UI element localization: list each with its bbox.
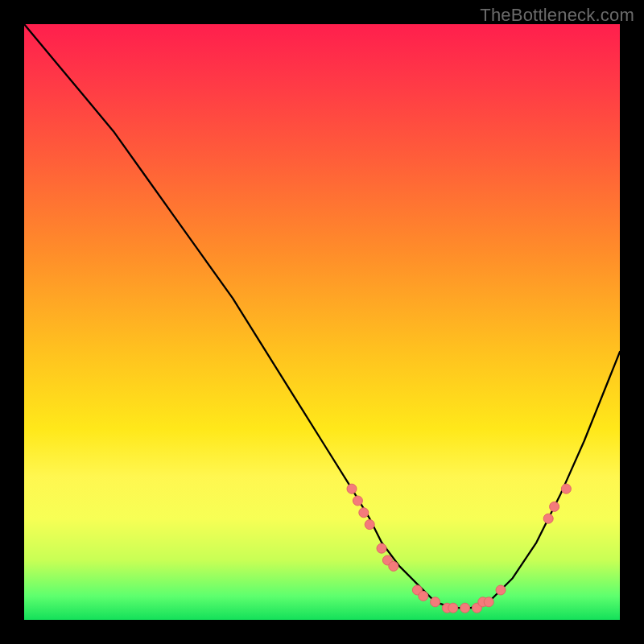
data-point <box>448 603 458 613</box>
data-point <box>460 603 470 613</box>
data-point <box>561 484 571 493</box>
bottleneck-curve <box>24 24 620 608</box>
curve-markers <box>347 484 571 613</box>
data-point <box>353 496 362 506</box>
data-point <box>359 508 369 518</box>
data-point <box>484 597 493 607</box>
data-point <box>377 543 386 553</box>
chart-frame: TheBottleneck.com <box>0 0 644 644</box>
data-point <box>365 520 374 530</box>
data-point <box>431 597 440 607</box>
data-point <box>496 585 506 595</box>
watermark-text: TheBottleneck.com <box>480 5 634 26</box>
data-point <box>543 514 553 523</box>
data-point <box>347 484 357 493</box>
data-point <box>419 591 428 601</box>
curve-svg <box>24 24 620 620</box>
data-point <box>389 561 398 571</box>
data-point <box>550 502 559 511</box>
plot-area <box>24 24 620 620</box>
